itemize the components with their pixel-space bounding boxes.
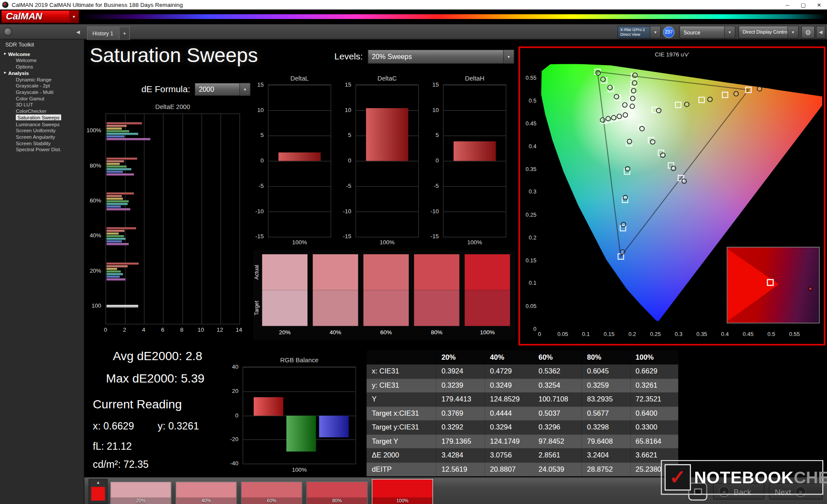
gridline (444, 110, 506, 111)
chevron-down-icon: ▼ (650, 26, 660, 38)
table-cell: 3.2404 (582, 448, 631, 462)
rgb-balance-plot (243, 367, 356, 464)
bottom-swatch-80%[interactable]: 80% (307, 482, 367, 504)
table-row-label: Target Y (367, 434, 436, 448)
levels-dropdown[interactable]: 20% Sweeps ▼ (367, 50, 514, 64)
bar (106, 227, 136, 230)
sidebar-item-saturation-sweeps[interactable]: Saturation Sweeps (16, 115, 84, 121)
current-patch-tile[interactable]: ▲ (89, 479, 108, 504)
de-formula-dropdown[interactable]: 2000 ▼ (195, 83, 251, 96)
bottom-swatch-40%[interactable]: 40% (176, 482, 236, 504)
gridline (243, 367, 355, 367)
sidebar-item-colorchecker[interactable]: ColorChecker (16, 108, 84, 115)
panel-collapse-icon[interactable]: ◀ (816, 26, 825, 38)
gridline (356, 161, 418, 161)
target-swatch (465, 290, 510, 326)
sidebar-item-welcome[interactable]: Welcome (16, 57, 84, 63)
inset-target-marker (767, 279, 774, 286)
tree-item-label: Saturation Sweeps (16, 115, 61, 120)
gridline (444, 212, 506, 212)
sidebar-item-screen-stability[interactable]: Screen Stability (16, 140, 84, 146)
actual-swatch (465, 254, 510, 290)
sidebar-item-luminance-sweeps[interactable]: Luminance Sweeps (16, 121, 84, 127)
table-cell: 0.4729 (485, 364, 533, 378)
table-cell: 79.6408 (582, 434, 631, 448)
page-title: Saturation Sweeps (90, 44, 258, 67)
sidebar-item-color-gamut[interactable]: Color Gamut (16, 95, 84, 102)
cie-measured-point (671, 166, 676, 171)
bar (106, 276, 120, 278)
notebookcheck-logo-icon: ✓ (665, 464, 691, 491)
table-cell: 83.2935 (582, 392, 631, 406)
table-cell: 0.6400 (630, 406, 678, 420)
bottom-swatch-20%[interactable]: 20% (111, 482, 171, 504)
close-button[interactable]: ✕ (811, 0, 827, 9)
current-reading-title: Current Reading (93, 397, 182, 411)
bar (106, 198, 123, 200)
table-cell: 20.8807 (485, 462, 533, 476)
sidebar-item-grayscale-2pt[interactable]: Grayscale - 2pt (16, 83, 84, 89)
source-dropdown[interactable]: Source ▼ (679, 26, 735, 38)
de-formula-value: 2000 (195, 85, 239, 93)
maximize-button[interactable]: ▢ (796, 0, 811, 9)
sidebar-item-options[interactable]: Options (16, 63, 84, 70)
table-cell: 0.3924 (436, 364, 485, 378)
bar (106, 168, 131, 170)
bar (106, 268, 117, 270)
table-cell: 179.1365 (436, 434, 485, 448)
sidebar-item-screen-angularity[interactable]: Screen Angularity (16, 134, 84, 140)
y-tick-label: 0 (348, 157, 351, 164)
sweep-swatch-column: 40% (313, 254, 358, 336)
cie-measured-point (617, 114, 622, 119)
cie-measured-point (631, 96, 635, 101)
sidebar-item-grayscale-multi[interactable]: Grayscale - Multi (16, 89, 84, 95)
y-tick-label: -5 (258, 183, 264, 189)
bar (106, 200, 128, 202)
deltal-chart-title: DeltaL (268, 75, 331, 82)
gridline (243, 464, 355, 464)
y-tick-label: -10 (430, 208, 438, 214)
x-tick-label: 6 (155, 327, 170, 333)
table-row-label: Y (367, 392, 436, 406)
y-tick-label: 100% (87, 127, 101, 134)
table-row-label: x: CIE31 (367, 364, 436, 378)
sidebar-tree: ▸WelcomeWelcomeOptions▸AnalysisDynamic R… (0, 51, 84, 153)
table-cell: 28.8752 (582, 462, 631, 476)
y-tick-label: 0.2 (529, 234, 536, 241)
sweep-swatch-column: 80% (414, 254, 459, 336)
meter-dropdown[interactable]: X-Rite i1Pro 2 Direct View ▼ (618, 26, 661, 38)
tab-history-1[interactable]: History 1 (87, 26, 118, 40)
sidebar-item-welcome[interactable]: ▸Welcome (4, 51, 84, 57)
display-control-dropdown[interactable]: Direct Display Control ▼ (738, 26, 799, 38)
add-tab-button[interactable]: + (119, 26, 130, 40)
gridline (444, 85, 506, 85)
watermark-text-2: CHECK (794, 468, 827, 487)
workflow-menu-button[interactable] (4, 28, 12, 36)
tree-expand-icon: ▸ (4, 52, 6, 56)
calman-logo[interactable]: CalMAN ▼ (1, 10, 79, 23)
chevron-down-icon[interactable]: ▼ (69, 10, 78, 22)
sidebar-item-analysis[interactable]: ▸Analysis (4, 70, 84, 76)
max-de2000-reading: Max dE2000: 5.39 (106, 371, 205, 386)
sidebar-item-spectral-power-dist-[interactable]: Spectral Power Dist. (16, 146, 84, 153)
sidebar-item-3d-lut[interactable]: 3D LUT (16, 102, 84, 108)
table-cell: 0.3300 (630, 420, 678, 434)
chevron-down-icon: ▼ (724, 26, 734, 38)
cie-measured-point (625, 167, 630, 171)
sidebar-collapse-icon[interactable]: ◀ (74, 28, 82, 37)
gear-icon[interactable]: ⚙ (801, 26, 815, 38)
minimize-button[interactable]: ─ (780, 0, 796, 9)
cie-measured-point (682, 179, 687, 184)
cie-measured-point (684, 102, 689, 107)
bar (106, 165, 126, 168)
sidebar-item-dynamic-range[interactable]: Dynamic Range (16, 76, 84, 83)
gridline (239, 114, 240, 324)
notebookcheck-watermark: ✓ NOTEBOOK CHECK (661, 460, 823, 495)
table-cell: 0.6629 (630, 364, 678, 378)
sidebar-item-screen-uniformity[interactable]: Screen Uniformity (16, 127, 84, 134)
reading-x: x: 0.6629 (93, 420, 134, 432)
table-row-label: ΔE 2000 (367, 448, 436, 462)
meter-count-badge[interactable]: 237 (663, 26, 675, 38)
bottom-swatch-100%[interactable]: 100% (372, 479, 432, 504)
bottom-swatch-60%[interactable]: 60% (242, 482, 302, 504)
